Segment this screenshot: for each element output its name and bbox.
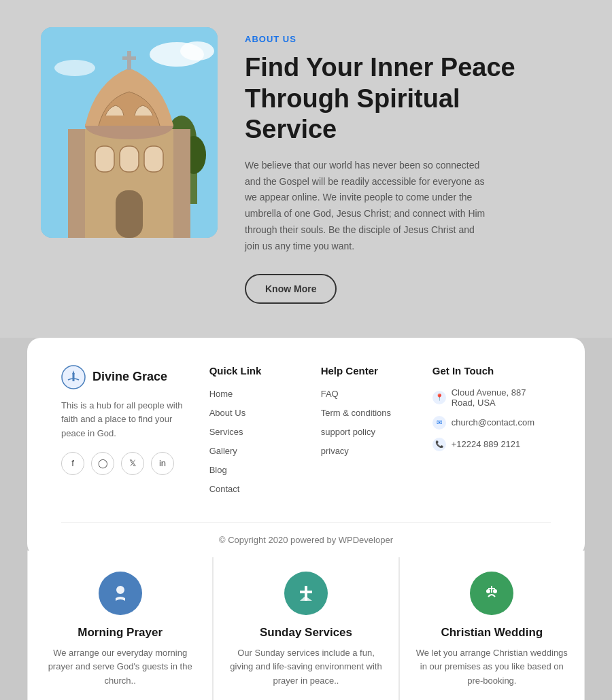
footer-top: Divine Grace This is a hub for all peopl…: [61, 365, 551, 522]
brand-name: Divine Grace: [92, 370, 167, 384]
christian-wedding-title: Christian Wedding: [441, 626, 543, 640]
svg-rect-14: [144, 146, 163, 172]
list-item: Blog: [209, 463, 301, 476]
list-item: About Us: [209, 406, 301, 419]
morning-prayer-title: Morning Prayer: [78, 626, 163, 640]
help-support[interactable]: support policy: [321, 427, 375, 437]
about-section: ABOUT US Find Your Inner Peace Through S…: [0, 0, 612, 338]
brand-logo-icon: [61, 365, 86, 389]
footer-card: Divine Grace This is a hub for all peopl…: [27, 338, 585, 557]
about-heading: Find Your Inner Peace Through Spiritual …: [245, 52, 571, 145]
list-item: Home: [209, 387, 301, 400]
facebook-icon[interactable]: f: [61, 452, 84, 475]
morning-prayer-desc: We arrange our everyday morning prayer a…: [44, 646, 196, 688]
svg-rect-17: [173, 129, 190, 238]
svg-rect-19: [73, 373, 75, 381]
list-item: Term & conditions: [321, 406, 412, 419]
christian-wedding-desc: We let you arrange Christian weddings in…: [416, 646, 568, 688]
svg-rect-16: [68, 129, 85, 238]
quick-link-heading: Quick Link: [209, 365, 301, 377]
quick-link-gallery[interactable]: Gallery: [209, 446, 237, 456]
svg-point-2: [180, 41, 214, 60]
service-christian-wedding: Christian Wedding We let you arrange Chr…: [399, 550, 585, 700]
list-item: FAQ: [321, 387, 412, 400]
church-image: [41, 27, 218, 238]
social-icons: f ◯ 𝕏 in: [61, 452, 189, 475]
svg-rect-10: [127, 51, 131, 70]
sunday-services-title: Sunday Services: [260, 626, 352, 640]
svg-point-24: [493, 589, 497, 593]
footer-help-center: Help Center FAQ Term & conditions suppor…: [321, 365, 412, 502]
contact-address: 📍 Cloud Avenue, 887 Road, USA: [432, 387, 551, 408]
about-content: ABOUT US Find Your Inner Peace Through S…: [245, 27, 571, 304]
svg-rect-26: [488, 588, 495, 589]
svg-rect-12: [95, 146, 114, 172]
phone-icon: 📞: [432, 438, 446, 451]
svg-point-23: [486, 589, 490, 593]
list-item: Gallery: [209, 444, 301, 457]
footer-contact: Get In Touch 📍 Cloud Avenue, 887 Road, U…: [432, 365, 551, 502]
list-item: Services: [209, 425, 301, 438]
quick-link-contact[interactable]: Contact: [209, 484, 240, 494]
location-icon: 📍: [432, 391, 446, 404]
help-center-heading: Help Center: [321, 365, 412, 377]
christian-wedding-icon: [470, 572, 513, 615]
list-item: support policy: [321, 425, 412, 438]
list-item: Contact: [209, 483, 301, 495]
sunday-services-desc: Our Sunday services include a fun, givin…: [230, 646, 381, 688]
sunday-services-icon: [284, 572, 328, 615]
linkedin-icon[interactable]: in: [151, 452, 174, 475]
services-row-1: Morning Prayer We arrange our everyday m…: [27, 550, 585, 700]
get-in-touch-heading: Get In Touch: [432, 365, 551, 377]
footer-brand: Divine Grace This is a hub for all peopl…: [61, 365, 189, 502]
about-body-text: We believe that our world has never been…: [245, 158, 490, 255]
email-icon: ✉: [432, 416, 446, 430]
know-more-button[interactable]: Know More: [245, 274, 337, 304]
svg-point-3: [54, 60, 95, 76]
footer-copyright: © Copyright 2020 powered by WPDeveloper: [61, 522, 551, 557]
quick-link-about[interactable]: About Us: [209, 408, 245, 418]
quick-link-services[interactable]: Services: [209, 427, 243, 437]
help-terms[interactable]: Term & conditions: [321, 408, 391, 418]
footer-quick-link: Quick Link Home About Us Services Galler…: [209, 365, 301, 502]
quick-link-blog[interactable]: Blog: [209, 465, 227, 475]
quick-link-list: Home About Us Services Gallery Blog Cont…: [209, 387, 301, 495]
services-section: Morning Prayer We arrange our everyday m…: [0, 550, 612, 700]
svg-rect-13: [120, 146, 139, 172]
twitter-icon[interactable]: 𝕏: [121, 452, 144, 475]
brand-description: This is a hub for all people with faith …: [61, 399, 189, 441]
contact-email: ✉ church@contact.com: [432, 416, 551, 430]
svg-rect-22: [300, 591, 312, 593]
contact-phone: 📞 +12224 889 2121: [432, 438, 551, 451]
help-center-list: FAQ Term & conditions support policy pri…: [321, 387, 412, 457]
service-morning-prayer: Morning Prayer We arrange our everyday m…: [27, 550, 213, 700]
svg-rect-15: [116, 190, 143, 238]
service-sunday-services: Sunday Services Our Sunday services incl…: [213, 550, 398, 700]
morning-prayer-icon: [99, 572, 142, 615]
help-faq[interactable]: FAQ: [321, 389, 339, 399]
about-label: ABOUT US: [245, 34, 571, 44]
quick-link-home[interactable]: Home: [209, 389, 233, 399]
instagram-icon[interactable]: ◯: [91, 452, 114, 475]
help-privacy[interactable]: privacy: [321, 446, 349, 456]
svg-rect-11: [122, 56, 136, 60]
svg-point-20: [116, 586, 124, 594]
brand-logo: Divine Grace: [61, 365, 189, 389]
list-item: privacy: [321, 444, 412, 457]
